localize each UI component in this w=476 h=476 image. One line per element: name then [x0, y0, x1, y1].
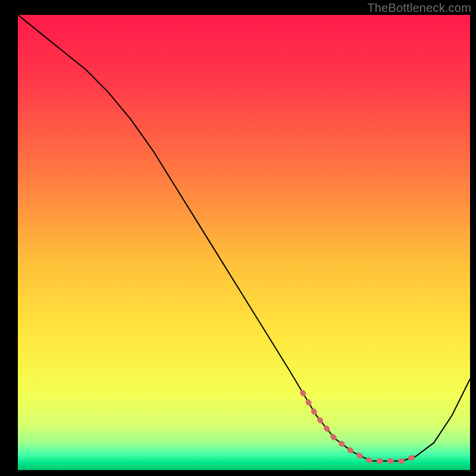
- chart-svg: [0, 0, 476, 476]
- watermark-text: TheBottleneck.com: [367, 1, 471, 15]
- svg-rect-1: [18, 15, 470, 470]
- chart-stage: TheBottleneck.com: [0, 0, 476, 476]
